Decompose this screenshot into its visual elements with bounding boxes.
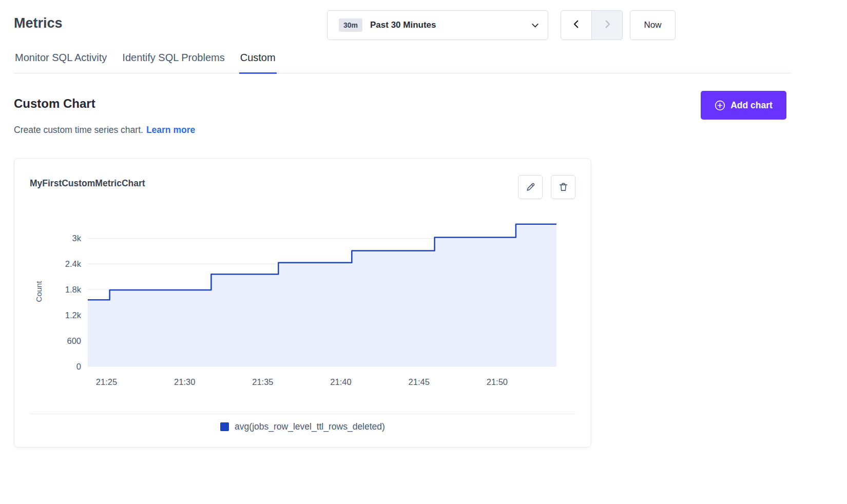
chart-legend[interactable]: avg(jobs_row_level_ttl_rows_deleted) xyxy=(14,421,591,432)
chevron-left-icon xyxy=(572,20,581,31)
svg-text:21:45: 21:45 xyxy=(409,377,430,386)
tab-monitor-sql-activity[interactable]: Monitor SQL Activity xyxy=(14,52,108,74)
svg-text:2.4k: 2.4k xyxy=(65,259,82,268)
card-divider xyxy=(30,414,575,414)
now-button[interactable]: Now xyxy=(630,10,676,40)
custom-chart-card: MyFirstCustomMetricChart Count 06001.2k1… xyxy=(14,158,591,448)
chart-title: MyFirstCustomMetricChart xyxy=(30,178,145,189)
add-chart-label: Add chart xyxy=(730,100,773,111)
delete-chart-button[interactable] xyxy=(551,175,575,199)
chart-plot: 06001.2k1.8k2.4k3k21:2521:3021:3521:4021… xyxy=(14,210,592,395)
time-range-label: Past 30 Minutes xyxy=(370,20,436,30)
edit-chart-button[interactable] xyxy=(518,175,543,199)
chevron-down-icon xyxy=(531,21,540,30)
svg-text:0: 0 xyxy=(76,362,81,371)
svg-text:1.8k: 1.8k xyxy=(65,285,82,294)
time-next-button[interactable] xyxy=(591,10,623,40)
page-title: Metrics xyxy=(14,15,63,31)
svg-text:21:30: 21:30 xyxy=(174,377,195,386)
section-subtitle: Create custom time series chart.Learn mo… xyxy=(14,125,195,135)
svg-text:3k: 3k xyxy=(72,234,82,243)
add-chart-button[interactable]: Add chart xyxy=(701,91,786,120)
legend-swatch xyxy=(220,422,229,431)
svg-text:1.2k: 1.2k xyxy=(65,311,82,320)
plus-circle-icon xyxy=(715,100,725,111)
trash-icon xyxy=(558,182,569,192)
svg-text:21:25: 21:25 xyxy=(96,377,117,386)
time-prev-button[interactable] xyxy=(561,10,592,40)
svg-text:21:35: 21:35 xyxy=(252,377,273,386)
tab-identify-sql-problems[interactable]: Identify SQL Problems xyxy=(121,52,225,74)
subtitle-text: Create custom time series chart. xyxy=(14,125,143,135)
metrics-tabs: Monitor SQL Activity Identify SQL Proble… xyxy=(14,52,791,73)
pencil-icon xyxy=(525,182,536,192)
section-title: Custom Chart xyxy=(14,96,95,111)
svg-text:600: 600 xyxy=(67,336,81,345)
chevron-right-icon xyxy=(603,20,612,31)
step-area-chart: 06001.2k1.8k2.4k3k21:2521:3021:3521:4021… xyxy=(14,210,592,395)
time-range-dropdown[interactable]: 30m Past 30 Minutes xyxy=(327,10,548,40)
svg-text:21:40: 21:40 xyxy=(330,377,351,386)
time-range-badge: 30m xyxy=(339,18,362,32)
learn-more-link[interactable]: Learn more xyxy=(146,125,195,135)
tab-custom[interactable]: Custom xyxy=(239,52,277,74)
svg-text:21:50: 21:50 xyxy=(487,377,508,386)
legend-label: avg(jobs_row_level_ttl_rows_deleted) xyxy=(235,421,385,432)
time-nav-group xyxy=(561,10,623,40)
